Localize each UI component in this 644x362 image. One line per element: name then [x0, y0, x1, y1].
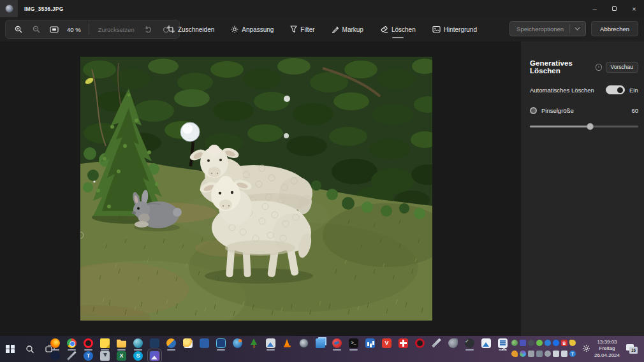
zoom-percentage: 40 % [64, 26, 84, 33]
fit-to-window-button[interactable] [47, 22, 62, 37]
tab-markup[interactable]: Markup [326, 22, 369, 37]
clock-date: 26.04.2024 [594, 352, 620, 359]
taskbar-icon-image-viewer[interactable] [265, 338, 276, 349]
taskbar-icon-tree-tool[interactable] [249, 338, 260, 349]
tray-overflow-button[interactable] [500, 345, 509, 354]
taskbar-icon-brave[interactable]: V [381, 338, 392, 349]
taskbar-icon-excel[interactable]: X [116, 351, 127, 361]
tray-icon-blue-t-app[interactable]: T [569, 351, 576, 357]
tray-icon-volume[interactable] [553, 351, 559, 357]
taskbar-icon-blue-chart-app[interactable] [365, 338, 376, 349]
tray-icon-blue-app[interactable] [545, 340, 551, 346]
taskbar: >_ V ✓ T X S [0, 336, 644, 362]
minimize-icon: – [592, 5, 596, 13]
taskbar-icon-opera-gx[interactable] [414, 338, 425, 349]
zoom-out-button[interactable] [29, 22, 44, 37]
settings-gear-button[interactable] [582, 344, 590, 355]
toggle-state-label: Ein [629, 87, 638, 94]
reset-button[interactable]: Zurücksetzen [94, 26, 138, 33]
tray-icon-palette[interactable] [520, 351, 526, 357]
tray-icon-usb[interactable] [528, 351, 534, 357]
preview-badge[interactable]: Vorschau [606, 62, 638, 73]
tray-icon-bluetooth[interactable] [553, 340, 559, 346]
taskbar-icon-chrome[interactable] [66, 338, 77, 349]
restore-button[interactable] [604, 0, 624, 17]
minimize-button[interactable]: – [585, 0, 604, 17]
tab-hintergrund[interactable]: Hintergrund [427, 22, 483, 37]
notification-center-button[interactable]: 16 [626, 344, 639, 354]
tray-icon-dark-app[interactable] [528, 340, 534, 346]
tray-icon-settings-gear[interactable] [545, 351, 551, 357]
auto-erase-toggle[interactable] [606, 85, 625, 94]
taskbar-icon-grey-tool[interactable] [448, 338, 458, 349]
tray-icon-yellow-app[interactable] [569, 340, 576, 346]
taskbar-icon-firefox[interactable] [50, 338, 61, 349]
divider [569, 24, 570, 33]
edit-toolbar: 40 % Zurücksetzen Zuschneiden Anpassung … [0, 17, 644, 41]
chevron-down-icon[interactable] [574, 27, 585, 31]
tab-filter[interactable]: Filter [284, 22, 320, 37]
slider-handle[interactable] [587, 123, 594, 130]
start-button[interactable] [3, 342, 17, 356]
taskbar-icon-vlc[interactable] [282, 338, 293, 349]
markup-pen-icon [332, 25, 339, 33]
taskbar-icon-blue-tech-app[interactable] [216, 338, 226, 349]
white-spot [284, 96, 290, 102]
taskbar-icon-teamviewer[interactable]: T [83, 351, 94, 361]
auto-erase-label: Automatisches Löschen [530, 87, 594, 94]
background-icon [432, 25, 441, 33]
tray-icon-display[interactable] [536, 351, 543, 357]
tab-anpassung[interactable]: Anpassung [225, 22, 279, 37]
taskbar-icon-file-explorer[interactable] [116, 338, 127, 349]
taskbar-icon-red-cross-app[interactable] [398, 338, 409, 349]
close-button[interactable]: × [624, 0, 644, 17]
zoom-in-button[interactable] [11, 22, 26, 37]
crop-icon [167, 25, 175, 33]
tray-icon-teams[interactable] [520, 340, 526, 346]
window-title: IMG_3536.JPG [24, 6, 63, 12]
taskbar-icon-paint3d[interactable] [232, 338, 243, 349]
system-tray: B T [511, 340, 577, 358]
notification-count-badge: 16 [629, 347, 638, 354]
taskbar-icon-blue-cloud-app[interactable] [199, 338, 210, 349]
undo-button[interactable] [141, 22, 156, 37]
taskbar-icon-sticky-notes[interactable] [99, 338, 110, 349]
tab-zuschneiden[interactable]: Zuschneiden [161, 22, 220, 37]
taskbar-icon-weather[interactable] [182, 338, 193, 349]
taskbar-icon-folder-pair[interactable] [315, 338, 326, 349]
brush-size-value: 60 [631, 107, 638, 114]
app-icon-button[interactable] [0, 0, 18, 17]
brush-size-icon [530, 107, 537, 114]
tray-icon-battery[interactable] [561, 351, 567, 357]
taskbar-icon-ccleaner[interactable] [332, 338, 342, 349]
taskbar-icon-pen-tool[interactable] [431, 338, 442, 349]
tab-loeschen[interactable]: Löschen [374, 22, 421, 37]
taskbar-icon-skype[interactable]: S [133, 351, 143, 361]
taskbar-icon-installer[interactable] [99, 351, 110, 361]
photos-app-window: IMG_3536.JPG – × 40 % Zurücksetzen [0, 0, 644, 362]
info-icon[interactable]: i [596, 64, 601, 71]
taskbar-clock[interactable]: 13:39:03 Freitag 26.04.2024 [594, 339, 620, 359]
taskbar-icon-camera-tool[interactable] [298, 338, 309, 349]
taskbar-icon-cmd[interactable]: >_ [348, 338, 359, 349]
brush-size-slider[interactable] [530, 122, 638, 130]
taskbar-icon-unity[interactable] [50, 351, 61, 361]
tray-icon-red-b-app[interactable]: B [561, 340, 567, 346]
taskbar-icon-orange-blue-app[interactable] [166, 338, 177, 349]
taskbar-icon-pen2[interactable] [66, 351, 77, 361]
photo-image[interactable] [80, 57, 432, 321]
taskbar-icon-check-app[interactable]: ✓ [464, 338, 475, 349]
tray-icon-green-app[interactable] [536, 340, 543, 346]
tray-icon-globe[interactable] [511, 340, 518, 346]
tray-icon-search-key[interactable] [511, 351, 518, 357]
taskbar-icon-photo-viewer[interactable] [481, 338, 492, 349]
taskbar-icon-calculator[interactable] [149, 338, 160, 349]
save-options-button[interactable]: Speicheroptionen [509, 21, 586, 36]
taskbar-icon-photos-active[interactable] [149, 351, 160, 361]
taskbar-icon-opera[interactable] [83, 338, 94, 349]
close-icon: × [632, 5, 636, 13]
adjustment-sun-icon [231, 25, 238, 33]
taskbar-icon-sphere-app[interactable] [133, 338, 143, 349]
search-button[interactable] [23, 342, 37, 356]
cancel-button[interactable]: Abbrechen [591, 21, 638, 36]
